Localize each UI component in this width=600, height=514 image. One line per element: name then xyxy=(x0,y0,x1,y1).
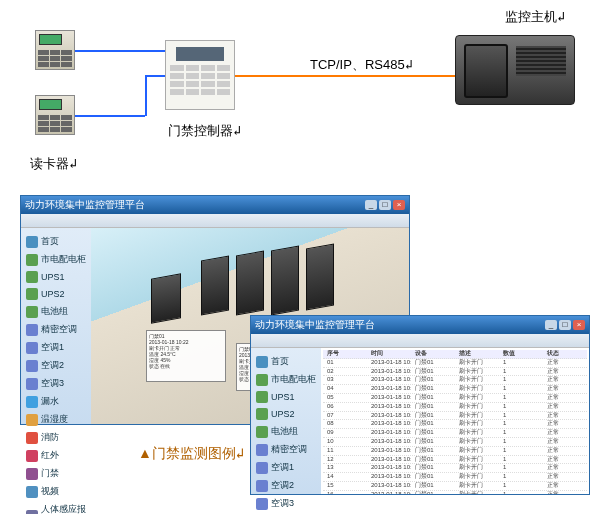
sidebar-item-label: 温湿度 xyxy=(41,413,68,426)
screenshot-examples: 动力环境集中监控管理平台 _□× 首页市电配电柜UPS1UPS2电池组精密空调空… xyxy=(20,195,590,500)
window-controls: _□× xyxy=(365,200,405,210)
sidebar-item[interactable]: 精密空调 xyxy=(253,441,319,458)
sidebar-item-label: 空调3 xyxy=(271,497,294,510)
wire-main xyxy=(235,75,455,77)
window-controls: _□× xyxy=(545,320,585,330)
log-row[interactable]: 032013-01-18 10:22:15门禁01刷卡开门1正常 xyxy=(323,376,587,385)
log-row[interactable]: 082013-01-18 10:22:15门禁01刷卡开门1正常 xyxy=(323,420,587,429)
maximize-icon: □ xyxy=(559,320,571,330)
log-row[interactable]: 142013-01-18 10:22:15门禁01刷卡开门1正常 xyxy=(323,473,587,482)
sidebar-icon xyxy=(26,324,38,336)
minimize-icon: _ xyxy=(365,200,377,210)
sidebar-item-label: 空调1 xyxy=(41,341,64,354)
sidebar-item[interactable]: 电池组 xyxy=(253,423,319,440)
sidebar-item[interactable]: 市电配电柜 xyxy=(253,371,319,388)
network-diagram: 监控主机↲ TCP/IP、RS485↲ 门禁控制器↲ 读卡器↲ xyxy=(0,0,600,190)
sidebar-item[interactable]: 漏水 xyxy=(23,393,89,410)
sidebar-icon xyxy=(26,271,38,283)
log-row[interactable]: 102013-01-18 10:22:15门禁01刷卡开门1正常 xyxy=(323,438,587,447)
log-row[interactable]: 042013-01-18 10:22:15门禁01刷卡开门1正常 xyxy=(323,385,587,394)
sidebar-item[interactable]: UPS1 xyxy=(253,389,319,405)
sidebar-icon xyxy=(256,408,268,420)
sidebar-item-label: 首页 xyxy=(271,355,289,368)
sidebar-item[interactable]: 精密空调 xyxy=(23,321,89,338)
sidebar-icon xyxy=(256,356,268,368)
sidebar-item[interactable]: 电池组 xyxy=(23,303,89,320)
sidebar-icon xyxy=(26,378,38,390)
log-row[interactable]: 162013-01-18 10:22:15门禁01刷卡开门1正常 xyxy=(323,491,587,494)
sidebar-item[interactable]: 视频 xyxy=(23,483,89,500)
sidebar-icon xyxy=(26,236,38,248)
sidebar-item[interactable]: 人体感应报警 xyxy=(23,501,89,514)
sidebar-icon xyxy=(256,498,268,510)
sidebar-item-label: 门禁 xyxy=(41,467,59,480)
log-row[interactable]: 052013-01-18 10:22:15门禁01刷卡开门1正常 xyxy=(323,394,587,403)
sidebar-icon xyxy=(26,450,38,462)
sidebar-item-label: 人体感应报警 xyxy=(41,503,86,514)
sidebar-icon xyxy=(26,342,38,354)
log-row[interactable]: 152013-01-18 10:22:15门禁01刷卡开门1正常 xyxy=(323,482,587,491)
card-reader-1 xyxy=(35,30,75,70)
sidebar-item[interactable]: 温湿度 xyxy=(23,411,89,428)
sidebar-item-label: 空调1 xyxy=(271,461,294,474)
sidebar-item-label: UPS1 xyxy=(271,392,295,402)
sidebar-item-label: 空调3 xyxy=(41,377,64,390)
titlebar: 动力环境集中监控管理平台 _□× xyxy=(251,316,589,334)
sidebar-item[interactable]: 空调3 xyxy=(23,375,89,392)
sidebar-icon xyxy=(26,360,38,372)
sidebar-icon xyxy=(256,480,268,492)
controller-label: 门禁控制器↲ xyxy=(168,122,241,140)
titlebar: 动力环境集中监控管理平台 _□× xyxy=(21,196,409,214)
sidebar-item[interactable]: 红外 xyxy=(23,447,89,464)
sidebar-item-label: 消防 xyxy=(41,431,59,444)
sidebar-icon xyxy=(256,374,268,386)
reader-label: 读卡器↲ xyxy=(30,155,77,173)
log-row[interactable]: 092013-01-18 10:22:15门禁01刷卡开门1正常 xyxy=(323,429,587,438)
protocol-label: TCP/IP、RS485↲ xyxy=(310,56,412,74)
sidebar-item[interactable]: 首页 xyxy=(23,233,89,250)
minimize-icon: _ xyxy=(545,320,557,330)
sidebar: 首页市电配电柜UPS1UPS2电池组精密空调空调1空调2空调3漏水温湿度消防红外… xyxy=(21,228,91,424)
log-row[interactable]: 062013-01-18 10:22:15门禁01刷卡开门1正常 xyxy=(323,403,587,412)
sidebar-icon xyxy=(26,510,38,514)
close-icon: × xyxy=(393,200,405,210)
sidebar-item[interactable]: 空调2 xyxy=(23,357,89,374)
log-row[interactable]: 132013-01-18 10:22:15门禁01刷卡开门1正常 xyxy=(323,464,587,473)
sidebar-icon xyxy=(26,306,38,318)
sidebar-item[interactable]: 空调1 xyxy=(253,459,319,476)
window-title: 动力环境集中监控管理平台 xyxy=(25,198,145,212)
log-row[interactable]: 072013-01-18 10:22:15门禁01刷卡开门1正常 xyxy=(323,412,587,421)
sidebar-item[interactable]: 空调3 xyxy=(253,495,319,512)
sidebar-item-label: 精密空调 xyxy=(41,323,77,336)
sidebar-item[interactable]: UPS1 xyxy=(23,269,89,285)
log-row[interactable]: 122013-01-18 10:22:15门禁01刷卡开门1正常 xyxy=(323,456,587,465)
close-icon: × xyxy=(573,320,585,330)
sidebar-item-label: 视频 xyxy=(41,485,59,498)
sidebar-item[interactable]: UPS2 xyxy=(253,406,319,422)
log-row[interactable]: 022013-01-18 10:22:15门禁01刷卡开门1正常 xyxy=(323,368,587,377)
toolbar xyxy=(21,214,409,228)
maximize-icon: □ xyxy=(379,200,391,210)
sidebar-icon xyxy=(256,391,268,403)
sidebar-item-label: 电池组 xyxy=(41,305,68,318)
sidebar-icon xyxy=(26,396,38,408)
sidebar-item[interactable]: 消防 xyxy=(23,429,89,446)
wire-reader2-h2 xyxy=(145,75,165,77)
monitor-host xyxy=(455,35,575,105)
sidebar-item[interactable]: 市电配电柜 xyxy=(23,251,89,268)
sidebar-item-label: 精密空调 xyxy=(271,443,307,456)
sidebar-item-label: 空调2 xyxy=(271,479,294,492)
sidebar-icon xyxy=(26,468,38,480)
sidebar-item[interactable]: 空调2 xyxy=(253,477,319,494)
log-table: 序号时间设备描述数值状态012013-01-18 10:22:15门禁01刷卡开… xyxy=(321,348,589,494)
log-row[interactable]: 112013-01-18 10:22:15门禁01刷卡开门1正常 xyxy=(323,447,587,456)
sidebar-item[interactable]: 门禁 xyxy=(23,465,89,482)
sidebar-item[interactable]: UPS2 xyxy=(23,286,89,302)
log-row[interactable]: 012013-01-18 10:22:15门禁01刷卡开门1正常 xyxy=(323,359,587,368)
sidebar-item[interactable]: 首页 xyxy=(253,353,319,370)
sidebar-item-label: 电池组 xyxy=(271,425,298,438)
card-reader-2 xyxy=(35,95,75,135)
sidebar-item[interactable]: 空调1 xyxy=(23,339,89,356)
sidebar-icon xyxy=(26,414,38,426)
sidebar-icon xyxy=(256,426,268,438)
